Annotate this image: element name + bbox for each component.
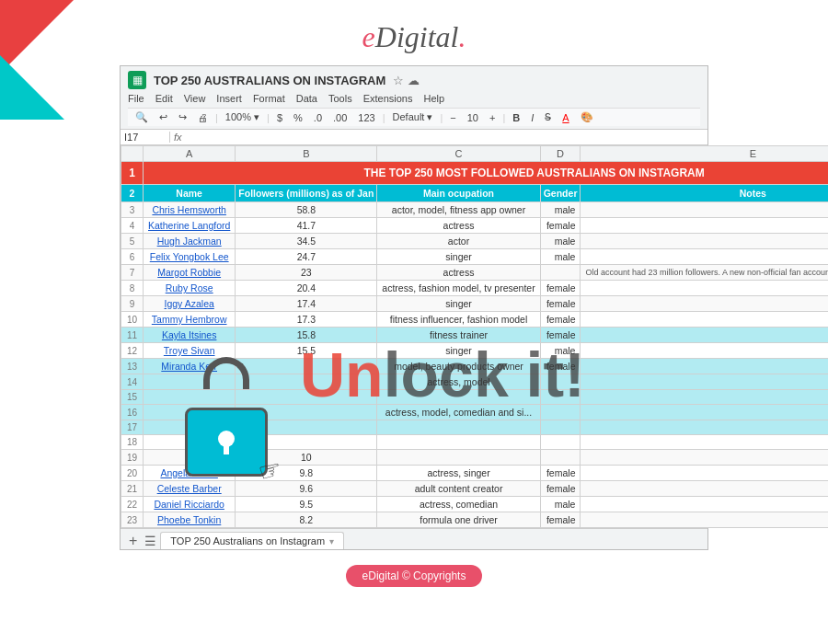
- cell-occupation: singer: [377, 249, 540, 265]
- cell-occupation: singer: [377, 343, 540, 359]
- row-num: 10: [121, 312, 144, 328]
- cell-notes: [581, 374, 828, 390]
- toolbar-print[interactable]: 🖨: [194, 111, 212, 124]
- tab-bar: + ☰ TOP 250 Australians on Instagram ▾: [121, 528, 707, 549]
- cell-notes: [581, 312, 828, 328]
- cell-occupation: actress: [377, 218, 540, 234]
- cell-gender: female: [540, 466, 581, 481]
- toolbar-fontsize[interactable]: 10: [464, 111, 482, 124]
- lock-keyhole: [218, 431, 235, 447]
- row-num-1: 1: [121, 162, 144, 185]
- logo-area: eDigital.: [0, 0, 828, 54]
- menu-help[interactable]: Help: [423, 93, 444, 104]
- row-num: 23: [121, 512, 144, 528]
- cell-notes: [581, 328, 828, 343]
- menu-file[interactable]: File: [128, 93, 144, 104]
- toolbar-color-A[interactable]: A: [558, 111, 572, 124]
- menu-edit[interactable]: Edit: [155, 93, 173, 104]
- cell-followers: 23: [236, 265, 377, 281]
- cell-name[interactable]: Phoebe Tonkin: [144, 512, 236, 528]
- cell-followers: 41.7: [236, 218, 377, 234]
- cell-gender: [540, 420, 581, 435]
- row-num: 14: [121, 374, 144, 390]
- toolbar-dec-right[interactable]: .00: [329, 111, 351, 124]
- toolbar-bold[interactable]: B: [509, 111, 523, 124]
- toolbar-sep1: |: [215, 112, 218, 123]
- cell-occupation: [377, 420, 540, 435]
- toolbar-highlight[interactable]: 🎨: [577, 110, 597, 124]
- cell-occupation: actor: [377, 234, 540, 249]
- cell-name[interactable]: Felix Yongbok Lee: [144, 249, 236, 265]
- logo-suffix: Digital: [375, 20, 459, 53]
- table-row: 3 Chris Hemsworth 58.8 actor, model, fit…: [121, 202, 829, 218]
- toolbar-sep5: |: [502, 112, 505, 123]
- col-header-gender: Gender: [540, 185, 581, 202]
- toolbar-123[interactable]: 123: [354, 111, 378, 124]
- cell-notes: [581, 281, 828, 296]
- toolbar-currency[interactable]: $: [273, 111, 286, 124]
- table-row: 22 Daniel Ricciardo 9.5 actress, comedia…: [121, 497, 829, 512]
- row-num: 22: [121, 497, 144, 512]
- menu-data[interactable]: Data: [296, 93, 317, 104]
- cell-gender: female: [540, 481, 581, 497]
- cell-notes: [581, 296, 828, 312]
- table-row: 10 Tammy Hembrow 17.3 fitness influencer…: [121, 312, 829, 328]
- cell-name[interactable]: Katherine Langford: [144, 218, 236, 234]
- menu-tools[interactable]: Tools: [328, 93, 352, 104]
- row-num: 9: [121, 296, 144, 312]
- cell-occupation: formula one driver: [377, 512, 540, 528]
- logo-prefix: e: [362, 20, 375, 53]
- cell-name[interactable]: Margot Robbie: [144, 265, 236, 281]
- cell-occupation: [377, 450, 540, 466]
- cell-name[interactable]: Daniel Ricciardo: [144, 497, 236, 512]
- cell-name[interactable]: Ruby Rose: [144, 281, 236, 296]
- toolbar-font[interactable]: Default ▾: [389, 110, 437, 124]
- toolbar-fontsize-plus[interactable]: +: [486, 111, 499, 124]
- toolbar-strike[interactable]: S̶: [541, 110, 555, 124]
- toolbar-zoom[interactable]: 100% ▾: [222, 110, 263, 124]
- cell-gender: [540, 265, 581, 281]
- tab-add-button[interactable]: +: [125, 533, 141, 549]
- cell-gender: [540, 405, 581, 420]
- toolbar-sep2: |: [267, 112, 270, 123]
- col-header-E: E: [581, 146, 828, 162]
- cell-gender: [540, 374, 581, 390]
- toolbar-dec-left[interactable]: .0: [310, 111, 326, 124]
- row-num: 17: [121, 420, 144, 435]
- cell-name[interactable]: Tammy Hembrow: [144, 312, 236, 328]
- toolbar-fontsize-minus[interactable]: −: [446, 111, 459, 124]
- cell-occupation: [377, 435, 540, 450]
- cell-gender: [540, 450, 581, 466]
- menu-view[interactable]: View: [184, 93, 206, 104]
- col-header-occupation: Main ocupation: [377, 185, 540, 202]
- cell-followers: 9.5: [236, 497, 377, 512]
- toolbar-percent[interactable]: %: [290, 111, 306, 124]
- menu-insert[interactable]: Insert: [216, 93, 242, 104]
- cell-name[interactable]: Kayla Itsines: [144, 328, 236, 343]
- tab-menu-button[interactable]: ☰: [144, 534, 156, 548]
- cell-occupation: singer: [377, 296, 540, 312]
- lock-overlay[interactable]: ☞: [171, 357, 282, 477]
- cell-gender: male: [540, 343, 581, 359]
- cell-name[interactable]: Celeste Barber: [144, 481, 236, 497]
- menu-format[interactable]: Format: [253, 93, 285, 104]
- sheet-tab[interactable]: TOP 250 Australians on Instagram ▾: [160, 532, 344, 549]
- cell-name[interactable]: Hugh Jackman: [144, 234, 236, 249]
- row-num: 8: [121, 281, 144, 296]
- table-row: 12 Troye Sivan 15.5 singer male: [121, 343, 829, 359]
- cell-gender: [540, 390, 581, 405]
- menu-extensions[interactable]: Extensions: [363, 93, 413, 104]
- cell-name[interactable]: Troye Sivan: [144, 343, 236, 359]
- toolbar-redo[interactable]: ↪: [175, 110, 190, 124]
- row-num: 3: [121, 202, 144, 218]
- cell-notes: [581, 435, 828, 450]
- toolbar-italic[interactable]: I: [527, 111, 537, 124]
- cell-name[interactable]: Iggy Azalea: [144, 296, 236, 312]
- col-header-name: Name: [144, 185, 236, 202]
- cell-gender: [540, 435, 581, 450]
- table-row-title: 1 THE TOP 250 MOST FOLLOWED AUSTRALIANS …: [121, 162, 829, 185]
- cell-name[interactable]: Chris Hemsworth: [144, 202, 236, 218]
- toolbar-undo[interactable]: ↩: [155, 110, 171, 124]
- logo-dot: .: [458, 20, 466, 53]
- toolbar-search[interactable]: 🔍: [132, 110, 152, 124]
